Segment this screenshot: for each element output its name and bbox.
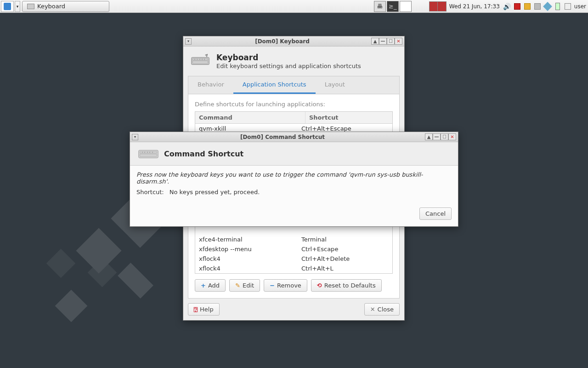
help-button[interactable]: ⍰Help [188, 303, 220, 316]
help-icon: ⍰ [194, 306, 198, 313]
dialog-heading: Command Shortcut [164, 150, 243, 158]
dialog-footer: Cancel [130, 201, 458, 226]
network-alert-icon[interactable] [513, 2, 522, 11]
svg-rect-10 [142, 151, 145, 153]
shortcut-actions: +Add ✎Edit −Remove ⟲Reset to Defaults [195, 279, 393, 292]
table-row[interactable]: xflock4Ctrl+Alt+Delete [195, 254, 392, 264]
battery-icon[interactable] [553, 2, 562, 11]
dialog-titlebar[interactable]: ▾ [Dom0] Command Shortcut ▲ — ☐ ✕ [130, 132, 458, 142]
cell-shortcut: Ctrl+Alt+L [301, 265, 389, 272]
svg-rect-4 [200, 58, 202, 60]
keyboard-subtitle: Edit keyboard settings and application s… [216, 63, 361, 69]
command-shortcut-dialog: ▾ [Dom0] Command Shortcut ▲ — ☐ ✕ Comman… [130, 132, 458, 227]
tab-application-shortcuts[interactable]: Application Shortcuts [233, 76, 316, 94]
username-label[interactable]: user [573, 3, 586, 10]
svg-rect-12 [147, 151, 150, 153]
tab-behavior[interactable]: Behavior [188, 76, 233, 94]
th-shortcut[interactable]: Shortcut [305, 112, 392, 123]
qubes-icon [4, 3, 11, 10]
printer-tray-icon[interactable]: 🖶 [374, 1, 386, 12]
minus-icon: − [270, 282, 275, 289]
taskbar-item-keyboard[interactable]: Keyboard [22, 1, 109, 12]
cell-command: xfce4-terminal [199, 236, 301, 243]
taskbar-item-label: Keyboard [37, 3, 65, 10]
th-command[interactable]: Command [195, 112, 305, 123]
dialog-header: Command Shortcut [130, 142, 458, 166]
pencil-icon: ✎ [235, 282, 240, 289]
keyboard-header: Keyboard Edit keyboard settings and appl… [183, 46, 404, 76]
dialog-instruction: Press now the keyboard keys you want to … [136, 171, 452, 185]
table-row[interactable]: xfce4-terminalTerminal [195, 235, 392, 244]
keyboard-tabs: Behavior Application Shortcuts Layout [188, 76, 400, 94]
table-row[interactable]: xfdesktop --menuCtrl+Escape [195, 244, 392, 254]
cell-shortcut: Terminal [301, 236, 389, 243]
keyboard-titlebar[interactable]: ▾ [Dom0] Keyboard ▲ — ☐ ✕ [183, 36, 404, 46]
cancel-button[interactable]: Cancel [419, 207, 452, 220]
close-button[interactable]: ✕ [395, 38, 402, 45]
svg-rect-2 [195, 58, 197, 60]
close-button[interactable]: ✕ [448, 133, 456, 140]
cell-shortcut: Ctrl+Alt+Escape [301, 125, 389, 132]
add-button[interactable]: +Add [195, 279, 226, 292]
reset-icon: ⟲ [317, 282, 322, 289]
shortcut-label: Shortcut: [136, 189, 164, 196]
cell-command: xflock4 [199, 265, 301, 272]
dialog-window-title: [Dom0] Command Shortcut [140, 134, 425, 140]
maximize-button[interactable]: ☐ [387, 38, 395, 45]
svg-rect-15 [140, 154, 157, 157]
device-icon[interactable] [533, 2, 542, 11]
start-menu-button[interactable] [1, 1, 14, 12]
keyboard-window-title: [Dom0] Keyboard [193, 38, 371, 45]
qube-manager-icon[interactable] [543, 2, 552, 11]
plus-icon: + [201, 282, 206, 289]
window-menu-button[interactable]: ▾ [185, 38, 192, 45]
shade-button[interactable]: ▲ [425, 133, 433, 140]
shortcuts-intro: Define shortcuts for launching applicati… [195, 101, 393, 108]
minimize-button[interactable]: — [433, 133, 441, 140]
svg-rect-5 [202, 58, 204, 60]
window-menu-button[interactable]: ▾ [132, 134, 138, 140]
shade-button[interactable]: ▲ [371, 38, 379, 45]
svg-rect-9 [140, 151, 142, 153]
display-icon[interactable] [563, 2, 572, 11]
edit-button[interactable]: ✎Edit [229, 279, 260, 292]
clock[interactable]: Wed 21 Jun, 17:33 [447, 3, 502, 10]
maximize-button[interactable]: ☐ [441, 133, 448, 140]
svg-rect-13 [150, 151, 153, 153]
taskbar: ▾ Keyboard 🖶 ≥_ Wed 21 Jun, 17:33 🔊 user [0, 0, 588, 13]
minimize-button[interactable]: — [379, 38, 387, 45]
keyboard-icon [27, 4, 34, 9]
svg-rect-11 [145, 151, 147, 153]
update-icon[interactable] [523, 2, 532, 11]
taskbar-overflow-button[interactable]: ▾ [15, 1, 20, 12]
remove-button[interactable]: −Remove [264, 279, 307, 292]
dialog-body: Press now the keyboard keys you want to … [130, 166, 458, 201]
svg-rect-3 [198, 58, 199, 60]
svg-rect-14 [153, 151, 157, 153]
cell-command: xfdesktop --menu [199, 246, 301, 253]
terminal-tray-icon[interactable]: ≥_ [387, 1, 399, 12]
cell-command: xflock4 [199, 255, 301, 262]
blank-tray-icon[interactable] [400, 1, 412, 12]
table-row[interactable]: xflock4Ctrl+Alt+L [195, 264, 392, 273]
svg-rect-1 [192, 58, 194, 60]
volume-icon[interactable]: 🔊 [503, 2, 512, 11]
shortcut-current-value: No keys pressed yet, proceed. [170, 189, 260, 196]
keyboard-footer: ⍰Help ✕Close [183, 299, 404, 320]
keyboard-dialog-icon [138, 149, 158, 159]
cell-shortcut: Ctrl+Escape [301, 246, 389, 253]
close-settings-button[interactable]: ✕Close [364, 303, 400, 316]
tab-layout[interactable]: Layout [316, 76, 354, 94]
svg-rect-7 [192, 61, 208, 63]
cell-command: qvm-xkill [199, 125, 301, 132]
keyboard-header-icon [191, 53, 210, 67]
workspace-switcher[interactable] [429, 1, 447, 12]
svg-rect-6 [205, 58, 208, 60]
reset-defaults-button[interactable]: ⟲Reset to Defaults [311, 279, 382, 292]
close-icon: ✕ [370, 306, 375, 313]
keyboard-title: Keyboard [216, 53, 361, 62]
cell-shortcut: Ctrl+Alt+Delete [301, 255, 389, 262]
